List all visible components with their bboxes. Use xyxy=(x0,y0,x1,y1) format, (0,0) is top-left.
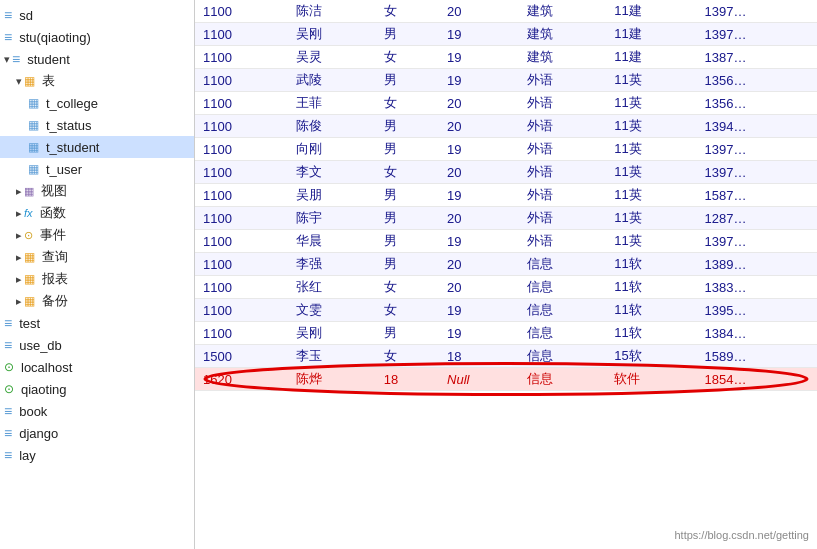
host-icon: ⊙ xyxy=(4,382,14,396)
sidebar-item-stu_qiaoting[interactable]: ≡stu(qiaoting) xyxy=(0,26,194,48)
table-cell: 1620 xyxy=(195,368,288,391)
table-cell: 信息 xyxy=(519,368,606,391)
table-cell: 外语 xyxy=(519,184,606,207)
sidebar-label: student xyxy=(27,52,70,67)
table-cell: 男 xyxy=(376,138,439,161)
db-icon: ≡ xyxy=(4,447,12,463)
sidebar-item-book[interactable]: ≡book xyxy=(0,400,194,422)
table-cell: 1100 xyxy=(195,0,288,23)
table-row[interactable]: 1100陈俊男20外语11英1394… xyxy=(195,115,817,138)
table-row[interactable]: 1100李强男20信息11软1389… xyxy=(195,253,817,276)
table-row[interactable]: 1100文雯女19信息11软1395… xyxy=(195,299,817,322)
table-cell: 1383… xyxy=(697,276,817,299)
db-icon: ≡ xyxy=(12,51,20,67)
watermark: https://blog.csdn.net/getting xyxy=(674,529,809,541)
table-cell: 20 xyxy=(439,161,519,184)
table-cell: 1356… xyxy=(697,92,817,115)
sidebar-item-funcs[interactable]: ▸fx函数 xyxy=(0,202,194,224)
table-cell: 男 xyxy=(376,184,439,207)
table-cell: 1356… xyxy=(697,69,817,92)
table-cell: 1395… xyxy=(697,299,817,322)
table-cell: 男 xyxy=(376,322,439,345)
table-cell: 女 xyxy=(376,46,439,69)
sidebar-item-queries[interactable]: ▸▦查询 xyxy=(0,246,194,268)
table-row[interactable]: 1100向刚男19外语11英1397… xyxy=(195,138,817,161)
sidebar-label: lay xyxy=(19,448,36,463)
table-row[interactable]: 1100李文女20外语11英1397… xyxy=(195,161,817,184)
table-cell: 女 xyxy=(376,0,439,23)
table-cell: 外语 xyxy=(519,138,606,161)
table-cell: 11英 xyxy=(606,161,696,184)
table-cell: 19 xyxy=(439,322,519,345)
sidebar-label: sd xyxy=(19,8,33,23)
sidebar-item-localhost[interactable]: ⊙localhost xyxy=(0,356,194,378)
table-cell: 男 xyxy=(376,230,439,253)
table-cell: 吴刚 xyxy=(288,23,375,46)
sidebar-item-tables[interactable]: ▾▦表 xyxy=(0,70,194,92)
table-cell: 11软 xyxy=(606,253,696,276)
table-row[interactable]: 1100华晨男19外语11英1397… xyxy=(195,230,817,253)
table-cell: 建筑 xyxy=(519,23,606,46)
sidebar-item-django[interactable]: ≡django xyxy=(0,422,194,444)
table-row[interactable]: 1100张红女20信息11软1383… xyxy=(195,276,817,299)
table-cell: 信息 xyxy=(519,345,606,368)
sidebar-item-sd[interactable]: ≡sd xyxy=(0,4,194,26)
sidebar-label: 视图 xyxy=(41,182,67,200)
sidebar-item-t_status[interactable]: ▦t_status xyxy=(0,114,194,136)
table-cell: 1389… xyxy=(697,253,817,276)
table-cell: 1287… xyxy=(697,207,817,230)
sidebar-item-backups[interactable]: ▸▦备份 xyxy=(0,290,194,312)
sidebar-item-t_user[interactable]: ▦t_user xyxy=(0,158,194,180)
table-row[interactable]: 1100吴灵女19建筑11建1387… xyxy=(195,46,817,69)
table-cell: 外语 xyxy=(519,161,606,184)
table-cell: 19 xyxy=(439,46,519,69)
sidebar-item-reports[interactable]: ▸▦报表 xyxy=(0,268,194,290)
table-cell: 1397… xyxy=(697,23,817,46)
sidebar-item-views[interactable]: ▸▦视图 xyxy=(0,180,194,202)
table-row[interactable]: 1100吴刚男19建筑11建1397… xyxy=(195,23,817,46)
sidebar-item-student[interactable]: ▾≡student xyxy=(0,48,194,70)
sidebar-item-use_db[interactable]: ≡use_db xyxy=(0,334,194,356)
sidebar-item-test[interactable]: ≡test xyxy=(0,312,194,334)
table-row[interactable]: 1100吴刚男19信息11软1384… xyxy=(195,322,817,345)
table-cell: 武陵 xyxy=(288,69,375,92)
table-cell: 王菲 xyxy=(288,92,375,115)
table-row[interactable]: 1500李玉女18信息15软1589… xyxy=(195,345,817,368)
table-row[interactable]: 1100王菲女20外语11英1356… xyxy=(195,92,817,115)
table-cell: 18 xyxy=(376,368,439,391)
event-icon: ⊙ xyxy=(24,229,33,242)
table-cell: 11软 xyxy=(606,276,696,299)
table-icon: ▦ xyxy=(28,96,39,110)
table-cell: 1854… xyxy=(697,368,817,391)
table-cell: 外语 xyxy=(519,69,606,92)
table-row[interactable]: 1100陈洁女20建筑11建1397… xyxy=(195,0,817,23)
table-cell: 11英 xyxy=(606,115,696,138)
sidebar-item-t_student[interactable]: ▦t_student xyxy=(0,136,194,158)
table-cell: 18 xyxy=(439,345,519,368)
table-row[interactable]: 1100武陵男19外语11英1356… xyxy=(195,69,817,92)
folder-icon: ▦ xyxy=(24,272,35,286)
table-row[interactable]: 1100吴朋男19外语11英1587… xyxy=(195,184,817,207)
table-cell: 1100 xyxy=(195,276,288,299)
table-cell: 吴刚 xyxy=(288,322,375,345)
table-cell: 11英 xyxy=(606,69,696,92)
sidebar-item-lay[interactable]: ≡lay xyxy=(0,444,194,466)
table-row[interactable]: 1100陈宇男20外语11英1287… xyxy=(195,207,817,230)
sidebar-label: use_db xyxy=(19,338,62,353)
sidebar-label: 事件 xyxy=(40,226,66,244)
sidebar-item-qiaoting[interactable]: ⊙qiaoting xyxy=(0,378,194,400)
table-cell: 外语 xyxy=(519,207,606,230)
table-cell: 11英 xyxy=(606,184,696,207)
table-cell: 1100 xyxy=(195,299,288,322)
sidebar-label: t_student xyxy=(46,140,100,155)
sidebar-label: 报表 xyxy=(42,270,68,288)
table-cell: 11软 xyxy=(606,322,696,345)
table-cell: 1100 xyxy=(195,23,288,46)
sidebar-item-t_college[interactable]: ▦t_college xyxy=(0,92,194,114)
table-cell: 建筑 xyxy=(519,0,606,23)
sidebar-item-events[interactable]: ▸⊙事件 xyxy=(0,224,194,246)
folder-icon: ▦ xyxy=(24,294,35,308)
table-cell: 陈俊 xyxy=(288,115,375,138)
table-row[interactable]: 1620陈烨18Null信息软件1854… xyxy=(195,368,817,391)
table-cell: 陈洁 xyxy=(288,0,375,23)
